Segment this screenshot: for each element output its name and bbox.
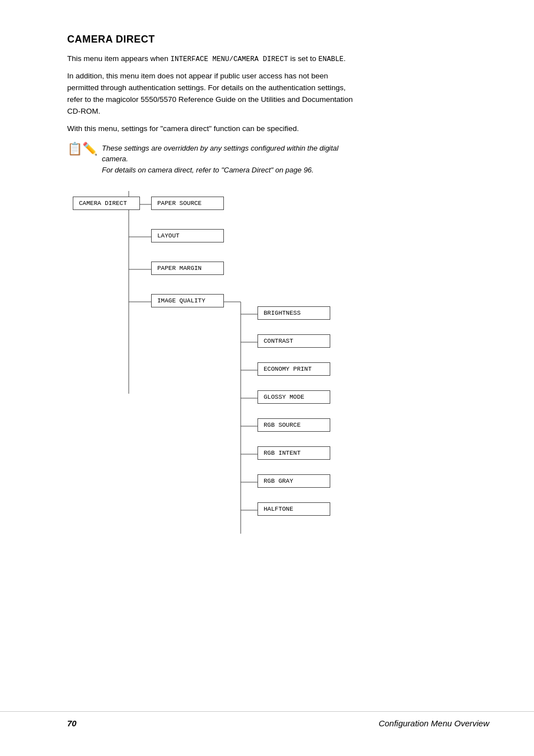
level2-rgb-gray: RGB GRAY xyxy=(257,474,330,488)
inline-code-interface: INTERFACE MENU/CAMERA DIRECT xyxy=(171,55,288,63)
note-text: These settings are overridden by any set… xyxy=(102,143,358,176)
level2-rgb-source: RGB SOURCE xyxy=(257,418,330,432)
level2-glossy-mode: GLOSSY MODE xyxy=(257,390,330,404)
level2-halftone: HALFTONE xyxy=(257,502,330,516)
level1-paper-source: PAPER SOURCE xyxy=(151,197,224,210)
level2-contrast: CONTRAST xyxy=(257,334,330,348)
level1-layout: LAYOUT xyxy=(151,229,224,242)
paragraph-2: In addition, this menu item does not app… xyxy=(67,71,358,118)
paragraph-3: With this menu, settings for "camera dir… xyxy=(67,123,358,135)
footer: 70 Configuration Menu Overview xyxy=(0,711,534,728)
connector-lines xyxy=(67,181,403,562)
page: CAMERA DIRECT This menu item appears whe… xyxy=(0,0,534,756)
menu-tree-diagram: CAMERA DIRECT PAPER SOURCE LAYOUT PAPER … xyxy=(67,181,403,562)
note-block: 📋✏️ These settings are overridden by any… xyxy=(67,143,358,176)
level2-brightness: BRIGHTNESS xyxy=(257,306,330,320)
note-icon: 📋✏️ xyxy=(67,142,97,156)
paragraph-1: This menu item appears when INTERFACE ME… xyxy=(67,53,358,65)
level1-paper-margin: PAPER MARGIN xyxy=(151,262,224,275)
level1-image-quality: IMAGE QUALITY xyxy=(151,294,224,307)
root-box: CAMERA DIRECT xyxy=(73,197,140,210)
footer-page-number: 70 xyxy=(67,718,77,728)
footer-title: Configuration Menu Overview xyxy=(378,718,489,728)
inline-code-enable: ENABLE xyxy=(318,55,344,63)
level2-rgb-intent: RGB INTENT xyxy=(257,446,330,460)
level2-economy-print: ECONOMY PRINT xyxy=(257,362,330,376)
section-title: CAMERA DIRECT xyxy=(67,34,489,45)
